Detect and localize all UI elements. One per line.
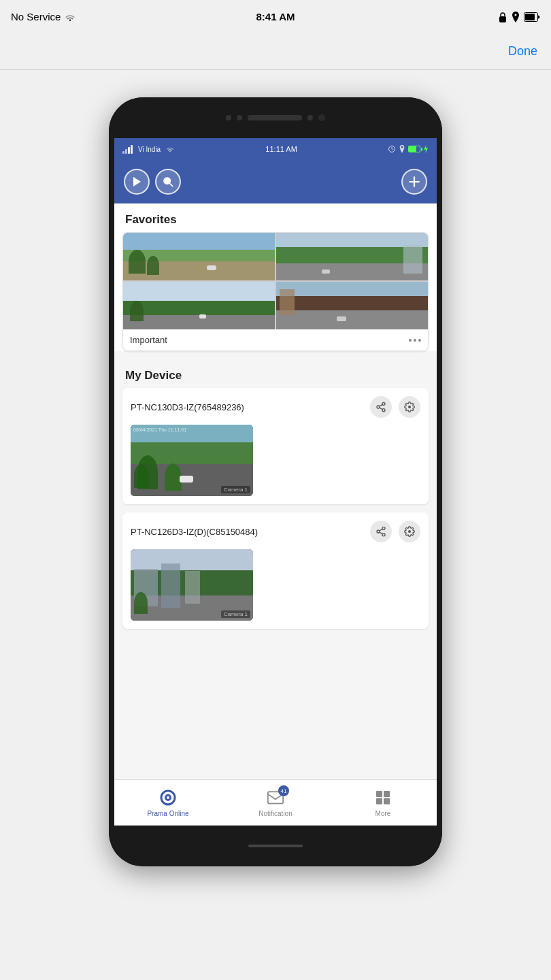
svg-point-9 [382,402,385,405]
car-1 [207,265,216,270]
android-wifi-icon [165,145,175,153]
car-3 [199,314,206,318]
more-icon [373,788,393,807]
svg-point-21 [167,796,169,799]
battery-icon [524,12,540,22]
page-content: Vi India 11:11 AM [0,70,551,980]
svg-line-17 [380,532,383,534]
android-battery-icon [408,146,420,152]
svg-rect-0 [499,16,506,22]
camera-1-scene: 08/04/2021 Thu 11:11:01 Camera 1 [131,425,253,496]
lock-icon [498,12,507,22]
device-1-camera-preview[interactable]: 08/04/2021 Thu 11:11:01 Camera 1 [131,425,253,496]
app-toolbar [114,160,437,203]
camera-1-label: Camera 1 [221,486,250,493]
nav-prama-online[interactable]: Prama Online [114,788,222,817]
prama-icon-svg [159,789,177,806]
device-2-camera-preview[interactable]: Camera 1 [131,549,253,621]
charging-icon [423,145,429,153]
svg-point-11 [382,409,385,412]
android-status-left: Vi India [122,144,175,154]
svg-rect-26 [384,798,390,804]
more-dots-button[interactable] [409,339,421,342]
my-device-title: My Device [114,359,437,388]
sensor-dot [237,115,242,120]
svg-line-6 [169,183,173,186]
add-icon [408,176,420,188]
vehicle [180,476,193,483]
fav-thumb-3 [123,282,275,329]
device-2-icons [370,521,420,542]
dot-2 [414,339,416,342]
notification-icon: 41 [266,788,285,807]
play-icon [132,176,141,187]
svg-line-13 [380,404,383,406]
add-button[interactable] [401,169,427,195]
city-building-2 [161,564,180,608]
carrier-name: Vi India [138,146,161,153]
grid-icon [375,789,391,806]
device-card-1: PT-NC130D3-IZ(765489236) [122,388,429,504]
city-building-3 [185,571,200,604]
dot-1 [409,339,412,342]
phone-screen: Vi India 11:11 AM [114,138,437,826]
ios-nav-bar: Done [0,33,551,70]
device-2-share-button[interactable] [370,521,392,542]
svg-rect-23 [376,791,382,797]
device-1-settings-button[interactable] [399,396,420,418]
fav-thumb-2 [276,233,428,280]
share-icon [375,402,386,412]
favorites-card[interactable]: Important [122,232,429,351]
android-status-bar: Vi India 11:11 AM [114,138,437,160]
palm-tree-4 [134,592,148,614]
camera-2-scene: Camera 1 [131,549,253,621]
phone-frame: Vi India 11:11 AM [109,97,442,866]
favorites-section: Favorites [114,203,437,351]
device-2-name: PT-NC126D3-IZ(D)(C85150484) [131,527,370,537]
status-left: No Service [11,11,76,22]
fav-thumb-4 [276,282,428,329]
svg-point-16 [382,534,385,536]
device-2-header: PT-NC126D3-IZ(D)(C85150484) [122,512,429,549]
search-icon [163,176,173,187]
palm-tree-3 [134,464,149,488]
camera-1-timestamp: 08/04/2021 Thu 11:11:01 [133,427,186,432]
device-card-2: PT-NC126D3-IZ(D)(C85150484) [122,512,429,629]
device-1-header: PT-NC130D3-IZ(765489236) [122,388,429,425]
svg-rect-24 [384,791,390,797]
car-4 [337,316,346,321]
device-1-icons [370,396,420,418]
signal-bar-1 [122,151,124,154]
wifi-icon [65,13,76,21]
signal-bar-3 [128,147,130,154]
gear-icon [404,402,415,412]
device-1-share-button[interactable] [370,396,392,418]
android-time: 11:11 AM [265,145,297,153]
svg-marker-4 [133,177,141,186]
nav-notification[interactable]: 41 Notification [222,788,329,817]
svg-point-15 [377,530,380,533]
tree-decoration [129,250,146,274]
search-button[interactable] [155,169,181,195]
android-location-icon [399,145,405,153]
done-button[interactable]: Done [508,44,537,59]
home-indicator [248,845,303,847]
svg-line-12 [380,408,383,410]
nav-more[interactable]: More [329,788,437,817]
device-2-settings-button[interactable] [399,521,420,542]
no-service-text: No Service [11,11,61,22]
camera-2-label: Camera 1 [221,610,250,618]
favorites-card-footer: Important [123,329,428,350]
svg-rect-2 [525,14,535,20]
toolbar-left-buttons [124,169,181,195]
structure-1 [280,289,295,315]
sensor-dot-2 [307,115,313,120]
location-icon [512,12,520,22]
front-camera-dot [226,115,231,120]
play-button[interactable] [124,169,150,195]
status-right [498,12,540,22]
nav-more-label: More [375,810,391,817]
tree-decoration-2 [147,256,159,275]
my-device-section: My Device PT-NC130D3-IZ(765489236) [114,359,437,629]
fav-thumb-1 [123,233,275,280]
